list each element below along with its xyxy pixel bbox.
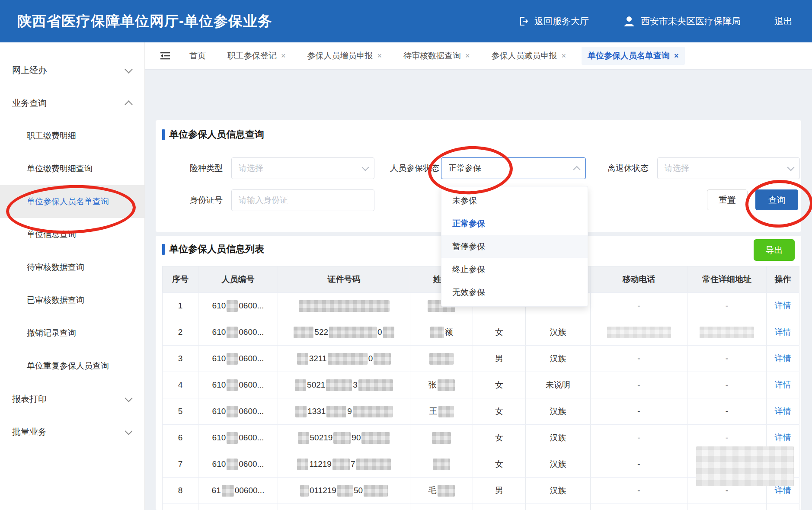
back-to-hall-button[interactable]: 返回服务大厅 [518,15,589,27]
sidebar-item-label: 已审核数据查询 [0,295,84,306]
dropdown-option-未参保[interactable]: 未参保 [441,189,588,212]
cell-action: 详情 [767,504,799,510]
tab-职工参保登记[interactable]: 职工参保登记× [221,47,292,65]
cell-phone: - [591,372,687,398]
cell-name: 王 [410,398,473,424]
reset-button[interactable]: 重置 [707,189,748,210]
sidebar-item-label: 单位重复参保人员查询 [0,360,109,372]
detail-link[interactable]: 详情 [775,485,791,496]
sidebar-item-label: 撤销记录查询 [0,327,76,339]
sidebar-item-网上经办[interactable]: 网上经办 [0,54,144,87]
close-icon[interactable]: × [562,51,566,61]
insurance-type-select[interactable]: 请选择 [231,157,374,179]
sidebar-item-单位重复参保人员查询[interactable]: 单位重复参保人员查询 [0,350,144,382]
cell-person-id: 6100600... [198,425,278,451]
cell-seq: 4 [162,372,198,398]
cell-ethnicity: 汉族 [526,319,591,345]
redaction-patch [438,485,455,497]
column-header-人员编号: 人员编号 [198,266,278,292]
detail-link[interactable]: 详情 [775,300,791,311]
cell-person-id: 6100600... [198,372,278,398]
cell-gender: 男 [473,478,526,504]
redaction-patch [295,379,306,391]
chevron-down-icon [125,394,132,402]
close-icon[interactable]: × [281,51,286,61]
cell-seq: 2 [162,319,198,345]
search-button[interactable]: 查询 [755,189,798,210]
redaction-patch [438,406,454,417]
id-fragment: 张 [428,379,437,391]
redaction-patch [332,459,350,470]
section-accent-bar [162,129,165,140]
org-account-menu[interactable]: 西安市未央区医疗保障局 [623,15,741,28]
redaction-patch [358,379,393,391]
tab-label: 参保人员增员申报 [307,50,373,61]
cell-name [410,346,473,372]
cell-action: 详情 [767,398,799,424]
retire-status-select[interactable]: 请选择 [657,157,800,179]
cell-address [687,504,767,510]
cell-cert-no: 5021990 [278,425,410,451]
logout-button[interactable]: 退出 [774,15,793,27]
sidebar-item-业务查询[interactable]: 业务查询 [0,87,144,119]
sidebar-item-单位信息查询[interactable]: 单位信息查询 [0,218,144,251]
sidebar-item-label: 报表打印 [0,393,47,405]
cell-person-id: 6100600 [198,504,278,510]
dropdown-option-正常参保[interactable]: 正常参保 [441,212,588,235]
detail-link[interactable]: 详情 [775,379,791,391]
sidebar-item-报表打印[interactable]: 报表打印 [0,382,144,415]
redaction-patch [294,327,313,338]
column-header-常住详细地址: 常住详细地址 [687,266,767,292]
tab-参保人员减员申报[interactable]: 参保人员减员申报× [486,47,572,65]
tab-首页[interactable]: 首页 [183,47,212,65]
close-icon[interactable]: × [377,51,382,61]
collapse-sidebar-icon[interactable] [159,51,171,61]
table-row: 46100600...50213张女未说明--详情 [162,372,799,398]
chevron-down-icon [125,65,132,73]
id-fragment: 0 [377,327,382,337]
sidebar-item-label: 单位参保人员名单查询 [0,196,109,207]
close-icon[interactable]: × [674,51,679,61]
cell-phone [591,504,687,510]
sidebar-item-待审核数据查询[interactable]: 待审核数据查询 [0,251,144,284]
idcard-input[interactable]: 请输入身份证 [231,189,374,211]
column-header-证件号码: 证件号码 [278,266,410,292]
dropdown-option-终止参保[interactable]: 终止参保 [441,258,588,281]
cell-cert-no [278,293,410,319]
close-icon[interactable]: × [465,51,470,61]
cell-cert-no: 5220 [278,319,410,345]
detail-link[interactable]: 详情 [775,327,791,338]
cell-person-id: 6100600... [198,319,278,345]
sidebar-item-已审核数据查询[interactable]: 已审核数据查询 [0,284,144,317]
sidebar-item-职工缴费明细[interactable]: 职工缴费明细 [0,119,144,152]
id-fragment: 0600... [239,380,264,390]
tab-单位参保人员名单查询[interactable]: 单位参保人员名单查询× [582,47,685,65]
export-button[interactable]: 导出 [754,239,795,261]
cell-name [410,451,473,477]
cell-cert-no [278,504,410,510]
cell-ethnicity: 汉族 [526,478,591,504]
person-status-select[interactable]: 正常参保 [441,157,586,179]
id-fragment: 50219 [310,433,333,443]
detail-link[interactable]: 详情 [775,432,791,443]
detail-link[interactable]: 详情 [775,353,791,364]
table-row: 96100600张男汉族详情 [162,504,799,510]
app-header: 陕西省医疗保障单位网厅-单位参保业务 返回服务大厅 西安市未央区医疗保障局 退出 [0,0,812,42]
tab-参保人员增员申报[interactable]: 参保人员增员申报× [301,47,388,65]
redaction-patch [295,406,307,417]
id-fragment: 11219 [309,459,331,469]
cell-ethnicity: 汉族 [526,425,591,451]
sidebar-item-撤销记录查询[interactable]: 撤销记录查询 [0,317,144,350]
redaction-patch [700,327,754,338]
dropdown-option-暂停参保[interactable]: 暂停参保 [441,235,588,258]
detail-link[interactable]: 详情 [775,406,791,417]
cell-seq: 3 [162,346,198,372]
tab-待审核数据查询[interactable]: 待审核数据查询× [397,47,476,65]
sidebar-item-单位参保人员名单查询[interactable]: 单位参保人员名单查询 [0,185,144,218]
table-row: 36100600...32110男汉族--详情 [162,346,799,372]
sidebar-item-批量业务[interactable]: 批量业务 [0,415,144,448]
sidebar-item-单位缴费明细查询[interactable]: 单位缴费明细查询 [0,152,144,185]
dropdown-option-无效参保[interactable]: 无效参保 [441,281,588,304]
query-panel-title: 单位参保人员信息查询 [169,128,264,141]
redaction-patch [297,353,308,365]
